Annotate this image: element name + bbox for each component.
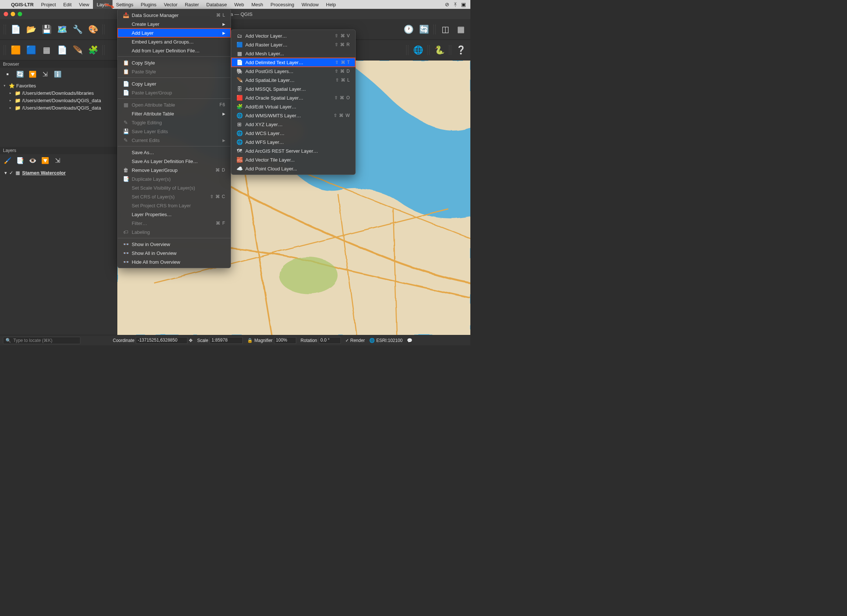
addlayer-menu-item-9[interactable]: 🌐Add WMS/WMTS Layer…⇧ ⌘ W (231, 111, 355, 120)
layer-menu-item-3[interactable]: Embed Layers and Groups… (118, 37, 230, 46)
menu-help[interactable]: Help (322, 0, 340, 9)
render-checkbox[interactable]: ✓ (345, 338, 349, 343)
layer-menu-item-19[interactable]: Save As Layer Definition File… (118, 157, 230, 166)
scale-value[interactable]: 1:85978 (210, 337, 243, 344)
filter-legend-icon[interactable]: 🔽 (41, 156, 49, 165)
addlayer-menu-item-8[interactable]: 🧩Add/Edit Virtual Layer… (231, 102, 355, 111)
style-manager-icon[interactable]: 🎨 (86, 23, 100, 36)
addlayer-menu-item-3[interactable]: 📄Add Delimited Text Layer…⇧ ⌘ T (231, 58, 355, 67)
style-dock-icon[interactable]: 🖌️ (3, 156, 12, 165)
menu-layer[interactable]: Layer (93, 0, 112, 9)
layer-menu-item-1[interactable]: Create Layer▶ (118, 19, 230, 28)
add-raster-icon[interactable]: 🟦 (24, 44, 38, 57)
save-project-icon[interactable]: 💾 (40, 23, 53, 36)
addlayer-menu-item-14[interactable]: 🧱Add Vector Tile Layer... (231, 155, 355, 164)
collapse-all-icon[interactable]: ⇲ (41, 70, 49, 78)
python-icon[interactable]: 🐍 (433, 44, 446, 57)
menu-database[interactable]: Database (202, 0, 230, 9)
layer-menu-item-30[interactable]: 👓Show All in Overview (118, 249, 230, 258)
add-mesh-icon[interactable]: ▦ (40, 44, 53, 57)
new-project-icon[interactable]: 📄 (9, 23, 22, 36)
layer-menu-item-9[interactable]: 📄Copy Layer (118, 79, 230, 88)
layer-menu-item-0[interactable]: 📥Data Source Manager⌘ L (118, 11, 230, 19)
menu-view[interactable]: View (75, 0, 93, 9)
layer-menu-item-31[interactable]: 👓Hide All from Overview (118, 258, 230, 266)
menu-processing[interactable]: Processing (267, 0, 298, 9)
addlayer-menu-item-7[interactable]: 🟥Add Oracle Spatial Layer…⇧ ⌘ O (231, 93, 355, 102)
messages-icon[interactable]: 💬 (407, 338, 412, 343)
layer-menu-item-20[interactable]: 🗑Remove Layer/Group⌘ D (118, 166, 230, 174)
layer-menu-item-13[interactable]: Filter Attribute Table▶ (118, 109, 230, 118)
bluetooth-icon[interactable]: ᛡ (454, 1, 457, 7)
layer-menu-item-18[interactable]: Save As… (118, 148, 230, 157)
coordinate-value[interactable]: -13715251,6328850 (136, 337, 187, 344)
favorite-path-row[interactable]: ▸📁/Users/demet/Downloads/QGIS_data (1, 104, 115, 111)
addlayer-menu-item-2[interactable]: ▦Add Mesh Layer... (231, 49, 355, 58)
addlayer-menu-item-4[interactable]: 🐘Add PostGIS Layers…⇧ ⌘ D (231, 67, 355, 76)
menu-plugins[interactable]: Plugins (137, 0, 160, 9)
favorites-node[interactable]: ▾⭐Favorites (1, 82, 115, 89)
refresh-browser-icon[interactable]: 🔄 (15, 70, 24, 78)
addlayer-menu-item-11[interactable]: 🌐Add WCS Layer… (231, 129, 355, 138)
web-icon[interactable]: 🌐 (411, 44, 425, 57)
addlayer-menu-item-15[interactable]: ☁️Add Point Cloud Layer... (231, 164, 355, 173)
minimize-button[interactable] (11, 12, 15, 16)
new-print-layout-icon[interactable]: 🗺️ (55, 23, 69, 36)
screen-mirror-icon[interactable]: ▣ (461, 1, 466, 7)
add-layer-icon[interactable]: ▫️ (3, 70, 12, 78)
menu-project[interactable]: Project (37, 0, 59, 9)
close-button[interactable] (4, 12, 8, 16)
add-spatialite-icon[interactable]: 🪶 (71, 44, 84, 57)
crs-value[interactable]: ESRI:102100 (376, 338, 403, 343)
addlayer-menu-item-10[interactable]: ⊞Add XYZ Layer… (231, 120, 355, 129)
locator-input[interactable]: 🔍 Type to locate (⌘K) (3, 337, 80, 344)
addlayer-menu-item-13[interactable]: 🗺Add ArcGIS REST Server Layer… (231, 146, 355, 155)
chevron-down-icon[interactable]: ▾ (4, 170, 7, 175)
layer-menu-item-label: Add from Layer Definition File… (132, 48, 226, 53)
magnifier-value[interactable]: 100% (274, 337, 296, 344)
help-icon[interactable]: ❔ (454, 44, 468, 57)
open-project-icon[interactable]: 📂 (24, 23, 38, 36)
menu-vector[interactable]: Vector (160, 0, 181, 9)
menu-mesh[interactable]: Mesh (248, 0, 267, 9)
crs-icon[interactable]: 🌐 (369, 338, 375, 343)
favorite-path-row[interactable]: ▸📁/Users/demet/Downloads/libraries (1, 89, 115, 97)
properties-icon[interactable]: ℹ️ (53, 70, 62, 78)
layer-menu-item-29[interactable]: 👓Show in Overview (118, 240, 230, 249)
refresh-icon[interactable]: 🔄 (417, 23, 431, 36)
dnd-icon[interactable]: ⊘ (445, 1, 449, 7)
menu-raster[interactable]: Raster (181, 0, 202, 9)
menu-edit[interactable]: Edit (60, 0, 75, 9)
menu-web[interactable]: Web (230, 0, 248, 9)
favorite-path-row[interactable]: ▸📁/Users/demet/Downloads/QGIS_data (1, 97, 115, 104)
addlayer-menu-item-0[interactable]: 🗂Add Vector Layer…⇧ ⌘ V (231, 31, 355, 40)
addlayer-menu-item-1[interactable]: 🟦Add Raster Layer…⇧ ⌘ R (231, 40, 355, 49)
add-delimited-icon[interactable]: 📄 (55, 44, 69, 57)
menu-settings[interactable]: Settings (112, 0, 137, 9)
maximize-button[interactable] (18, 12, 22, 16)
add-virtual-icon[interactable]: 🧩 (86, 44, 100, 57)
layer-menu-item-4[interactable]: Add from Layer Definition File… (118, 46, 230, 55)
addlayer-menu-item-12[interactable]: 🌐Add WFS Layer… (231, 138, 355, 146)
menu-window[interactable]: Window (298, 0, 322, 9)
show-layout-manager-icon[interactable]: 🔧 (71, 23, 84, 36)
rotation-value[interactable]: 0.0 ° (319, 337, 341, 344)
lock-scale-icon[interactable]: 🔒 (247, 338, 253, 343)
layer-checkbox[interactable]: ✓ (9, 170, 13, 175)
identify-icon[interactable]: ◫ (438, 23, 452, 36)
filter-browser-icon[interactable]: 🔽 (28, 70, 37, 78)
layer-row[interactable]: ▾ ✓ ▦ Stamen Watercolor (1, 168, 115, 177)
addlayer-menu-item-6[interactable]: 🗄Add MSSQL Spatial Layer… (231, 84, 355, 93)
app-name[interactable]: QGIS-LTR (7, 2, 37, 7)
layer-menu-item-2[interactable]: Add Layer▶ (118, 28, 230, 37)
layer-menu-item-6[interactable]: 📋Copy Style (118, 58, 230, 67)
add-group-icon[interactable]: 📑 (15, 156, 24, 165)
addlayer-menu-item-5[interactable]: 🪶Add SpatiaLite Layer…⇧ ⌘ L (231, 76, 355, 84)
toggle-extents-icon[interactable]: ✥ (189, 338, 193, 343)
add-vector-icon[interactable]: 🟧 (9, 44, 22, 57)
open-attrs-icon[interactable]: ▦ (454, 23, 468, 36)
manage-visibility-icon[interactable]: 👁️ (28, 156, 37, 165)
temporal-controller-icon[interactable]: 🕐 (402, 23, 415, 36)
layer-menu-item-25[interactable]: Layer Properties… (118, 210, 230, 219)
expand-all-icon[interactable]: ⇲ (53, 156, 62, 165)
